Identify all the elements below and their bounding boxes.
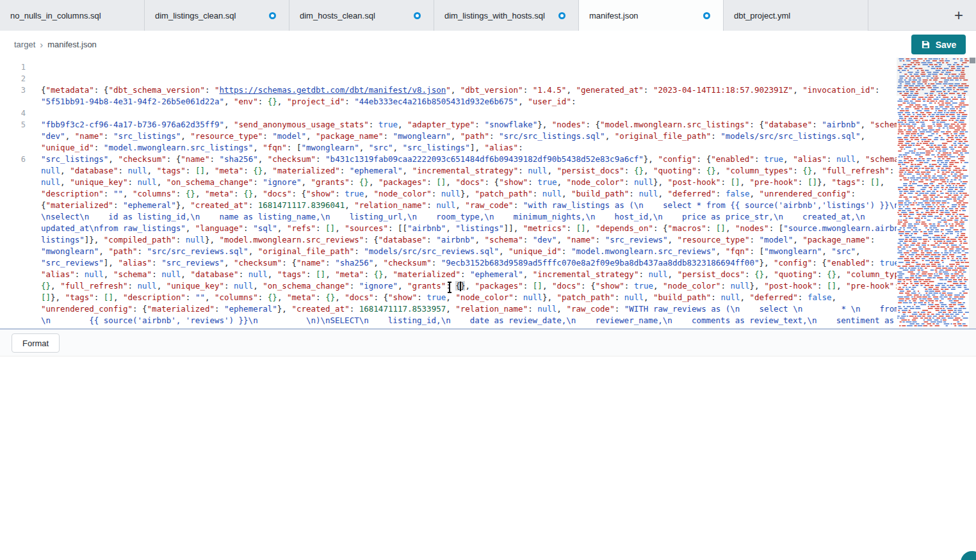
line-number	[0, 96, 26, 108]
code-line-text: {"metadata": {"dbt_schema_version": "htt…	[26, 84, 880, 96]
line-number	[0, 257, 26, 269]
breadcrumb: target › manifest.json	[14, 39, 97, 50]
tab-manifest-json[interactable]: manifest.json	[579, 0, 724, 31]
code-line-text	[26, 61, 41, 73]
breadcrumb-leaf: manifest.json	[47, 40, 97, 49]
code-row[interactable]: 2	[0, 73, 897, 84]
tab-no-nulls-in-columns-sql[interactable]: no_nulls_in_columns.sql	[0, 0, 145, 31]
code-row[interactable]: "alias": null, "schema": null, "database…	[0, 269, 897, 280]
results-panel	[0, 357, 976, 560]
new-tab-button[interactable]: +	[950, 6, 967, 24]
code-line-text: "alias": null, "schema": null, "database…	[26, 269, 897, 280]
code-line-text: \nselect\n id as listing_id,\n name as l…	[26, 211, 865, 223]
code-row[interactable]: \nselect\n id as listing_id,\n name as l…	[0, 211, 897, 223]
format-button[interactable]: Format	[12, 333, 60, 353]
line-number	[0, 131, 26, 142]
unsaved-changes-dot-icon[interactable]	[414, 12, 421, 19]
code-row[interactable]: listings"]}, "compiled_path": null}, "mo…	[0, 234, 897, 246]
line-number: 4	[0, 108, 26, 119]
tab-label: dim_listings_clean.sql	[155, 11, 264, 20]
code-row[interactable]: null, "database": null, "tags": [], "met…	[0, 165, 897, 177]
minimap[interactable]	[897, 58, 969, 328]
line-number	[0, 177, 26, 188]
tab-label: no_nulls_in_columns.sql	[10, 11, 131, 20]
code-row[interactable]: 6"src_listings", "checksum": {"name": "s…	[0, 154, 897, 165]
code-line-text: "mwonglearn", "path": "src/src_reviews.s…	[26, 246, 861, 257]
code-line-text: []}, "tags": [], "description": "", "col…	[26, 292, 836, 303]
line-number	[0, 142, 26, 154]
unsaved-changes-dot-icon[interactable]	[558, 12, 565, 19]
code-row[interactable]: 4	[0, 108, 897, 119]
tab-dim-listings-with-hosts-sql[interactable]: dim_listings_with_hosts.sql	[434, 0, 579, 31]
code-line-text: {}, "full_refresh": null, "unique_key": …	[26, 280, 897, 292]
line-number	[0, 292, 26, 303]
code-row[interactable]: 1	[0, 61, 897, 73]
line-number: 2	[0, 73, 26, 84]
code-line-text: "unique_id": "model.mwonglearn.src_listi…	[26, 142, 523, 154]
code-line-text: "description": "", "columns": {}, "meta"…	[26, 188, 856, 200]
tab-dim-listings-clean-sql[interactable]: dim_listings_clean.sql	[145, 0, 289, 31]
code-line-text: listings"]}, "compiled_path": null}, "mo…	[26, 234, 875, 246]
code-line-text: "src_listings", "checksum": {"name": "sh…	[26, 154, 897, 165]
code-row[interactable]: "unrendered_config": {"materialized": "e…	[0, 303, 897, 315]
file-header-bar: target › manifest.json Save	[0, 31, 976, 58]
code-line-text: "dev", "name": "src_listings", "resource…	[26, 131, 865, 142]
code-row[interactable]: []}, "tags": [], "description": "", "col…	[0, 292, 897, 303]
tab-bar: no_nulls_in_columns.sqldim_listings_clea…	[0, 0, 976, 31]
line-number	[0, 303, 26, 315]
tab-label: dim_hosts_clean.sql	[300, 11, 409, 20]
code-line-text	[26, 108, 41, 119]
tab-label: manifest.json	[589, 11, 698, 20]
line-number	[0, 246, 26, 257]
code-line-text: updated_at\nfrom raw_listings", "languag…	[26, 223, 897, 234]
line-number	[0, 188, 26, 200]
code-row[interactable]: null, "unique_key": null, "on_schema_cha…	[0, 177, 897, 188]
code-row[interactable]: 3{"metadata": {"dbt_schema_version": "ht…	[0, 84, 897, 96]
line-number: 5	[0, 119, 26, 131]
save-floppy-icon	[921, 40, 931, 49]
tab-label: dim_listings_with_hosts.sql	[444, 11, 553, 20]
breadcrumb-root: target	[14, 40, 35, 49]
line-number	[0, 315, 26, 326]
tab-dim-hosts-clean-sql[interactable]: dim_hosts_clean.sql	[289, 0, 434, 31]
code-editor[interactable]: 123{"metadata": {"dbt_schema_version": "…	[0, 58, 897, 328]
code-line-text: "5f51bb91-94b8-4e31-94f2-26b5e061d22a", …	[26, 96, 576, 108]
line-number	[0, 269, 26, 280]
line-number: 3	[0, 84, 26, 96]
code-line-text: "fbb9f3c2-cf96-4a17-b736-976a62d35ff9", …	[26, 119, 897, 131]
code-line-text: {"materialized": "ephemeral"}, "created_…	[26, 200, 897, 211]
line-number	[0, 211, 26, 223]
code-row[interactable]: "description": "", "columns": {}, "meta"…	[0, 188, 897, 200]
code-row[interactable]: "5f51bb91-94b8-4e31-94f2-26b5e061d22a", …	[0, 96, 897, 108]
unsaved-changes-dot-icon[interactable]	[269, 12, 276, 19]
line-number: 1	[0, 61, 26, 73]
code-line-text: null, "unique_key": null, "on_schema_cha…	[26, 177, 884, 188]
line-number	[0, 280, 26, 292]
save-button[interactable]: Save	[911, 35, 966, 54]
vertical-scrollbar[interactable]	[969, 58, 976, 328]
line-number	[0, 200, 26, 211]
code-row[interactable]: 5"fbb9f3c2-cf96-4a17-b736-976a62d35ff9",…	[0, 119, 897, 131]
tab-dbt-project-yml[interactable]: dbt_project.yml	[724, 0, 868, 31]
code-line-text: "unrendered_config": {"materialized": "e…	[26, 303, 897, 315]
code-row[interactable]: "src_reviews"], "alias": "src_reviews", …	[0, 257, 897, 269]
tab-label: dbt_project.yml	[734, 11, 855, 20]
code-row[interactable]: "unique_id": "model.mwonglearn.src_listi…	[0, 142, 897, 154]
code-row[interactable]: updated_at\nfrom raw_listings", "languag…	[0, 223, 897, 234]
results-toolbar: Format	[0, 330, 976, 356]
line-number	[0, 223, 26, 234]
code-row[interactable]: \n {{ source('airbnb', 'reviews') }}\n \…	[0, 315, 897, 326]
text-cursor-pointer-icon	[449, 283, 450, 292]
code-row[interactable]: {"materialized": "ephemeral"}, "created_…	[0, 200, 897, 211]
line-number	[0, 234, 26, 246]
unsaved-changes-dot-icon[interactable]	[703, 12, 710, 19]
line-number	[0, 165, 26, 177]
code-row[interactable]: "dev", "name": "src_listings", "resource…	[0, 131, 897, 142]
code-line-text: \n {{ source('airbnb', 'reviews') }}\n \…	[26, 315, 894, 326]
save-button-label: Save	[936, 40, 957, 50]
breadcrumb-separator-icon: ›	[40, 39, 43, 50]
code-line-text: null, "database": null, "tags": [], "met…	[26, 165, 894, 177]
code-row[interactable]: "mwonglearn", "path": "src/src_reviews.s…	[0, 246, 897, 257]
scrollbar-thumb[interactable]	[970, 58, 975, 63]
line-number: 6	[0, 154, 26, 165]
